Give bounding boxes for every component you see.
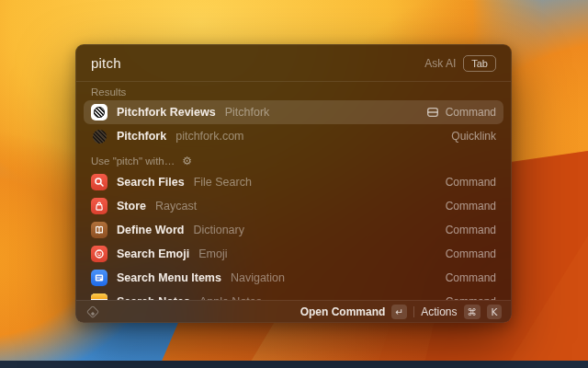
actions-button[interactable]: Actions	[421, 305, 457, 318]
results-section-label: Results	[91, 86, 126, 98]
suggestion-row-search-menu-items[interactable]: Search Menu Items Navigation Command	[84, 266, 503, 290]
results-list: Results Pitchfork Reviews Pitchfork Comm…	[76, 82, 511, 300]
file-search-icon	[91, 174, 107, 190]
apple-notes-icon	[91, 293, 107, 300]
row-subtitle: Pitchfork	[225, 106, 270, 119]
emoji-face-icon	[91, 246, 107, 262]
row-subtitle: Emoji	[198, 247, 227, 260]
row-type-label: Command	[446, 176, 496, 189]
suggestion-row-search-emoji[interactable]: Search Emoji Emoji Command	[84, 242, 503, 266]
footer-divider	[413, 306, 414, 317]
store-icon	[91, 198, 107, 214]
raycast-logo-icon	[86, 305, 99, 317]
row-type-label: Command	[446, 224, 496, 236]
open-command-button[interactable]: Open Command	[300, 305, 386, 318]
suggestion-row-search-notes[interactable]: Search Notes Apple Notes Command	[84, 290, 503, 300]
row-title: Define Word	[117, 224, 184, 236]
suggestion-row-store[interactable]: Store Raycast Command	[84, 194, 503, 218]
footer-bar: Open Command ↵ Actions ⌘ K	[76, 300, 511, 322]
row-title: Store	[117, 200, 146, 213]
row-title: Search Emoji	[117, 247, 189, 260]
result-row-pitchfork-reviews[interactable]: Pitchfork Reviews Pitchfork Command	[84, 100, 503, 124]
row-subtitle: Dictionary	[193, 224, 244, 236]
row-subtitle: Navigation	[231, 271, 285, 284]
tab-key-badge: Tab	[463, 55, 496, 72]
search-bar[interactable]: pitch Ask AI Tab	[76, 45, 511, 82]
row-subtitle: File Search	[194, 176, 252, 189]
results-section-header: Results	[84, 82, 503, 100]
pitchfork-favicon	[91, 128, 107, 144]
suggestion-row-search-files[interactable]: Search Files File Search Command	[84, 170, 503, 194]
k-key-icon: K	[487, 305, 502, 319]
suggestions-section-label: Use "pitch" with…	[91, 155, 175, 167]
row-type-label: Quicklink	[451, 130, 496, 143]
command-key-icon: ⌘	[464, 305, 481, 319]
raycast-window: pitch Ask AI Tab Results Pitchfork Revie…	[75, 44, 512, 323]
command-type-icon	[426, 106, 439, 119]
menu-list-icon	[91, 270, 107, 286]
wallpaper-bottom-strip	[0, 361, 588, 368]
suggestions-section-header: Use "pitch" with… ⚙	[84, 148, 503, 170]
dictionary-book-icon	[91, 222, 107, 238]
row-type-label: Command	[446, 247, 496, 260]
suggestion-row-define-word[interactable]: Define Word Dictionary Command	[84, 218, 503, 242]
row-title: Pitchfork Reviews	[117, 106, 216, 119]
row-subtitle: Raycast	[155, 200, 197, 213]
ask-ai-button[interactable]: Ask AI	[424, 57, 456, 70]
return-key-icon: ↵	[391, 305, 407, 319]
row-title: Pitchfork	[117, 130, 166, 143]
row-type-label: Command	[446, 106, 496, 119]
row-type-label: Command	[446, 271, 496, 284]
row-subtitle: pitchfork.com	[175, 130, 243, 143]
gear-icon[interactable]: ⚙	[182, 155, 192, 167]
row-title: Search Files	[117, 176, 185, 189]
row-title: Search Menu Items	[117, 271, 221, 284]
result-row-pitchfork-quicklink[interactable]: Pitchfork pitchfork.com Quicklink	[84, 124, 503, 148]
search-input[interactable]: pitch	[91, 55, 417, 71]
pitchfork-reviews-icon	[91, 104, 107, 121]
row-type-label: Command	[446, 200, 496, 213]
